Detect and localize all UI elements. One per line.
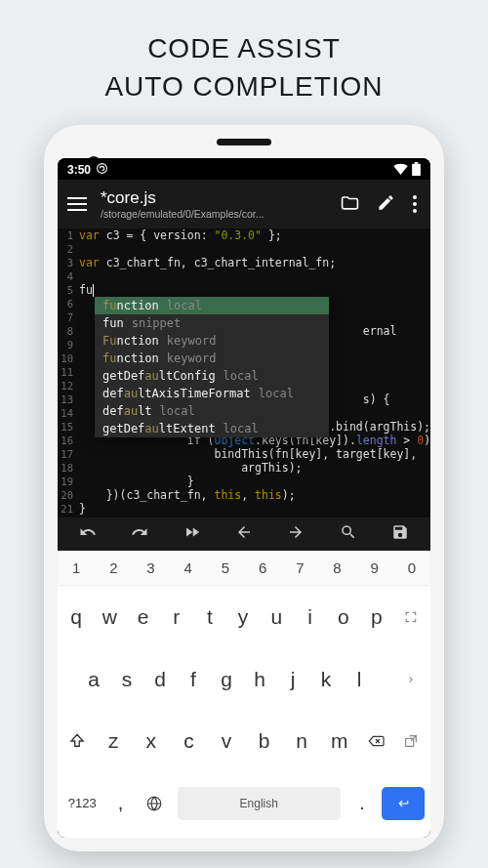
key-3[interactable]: 3 [132, 551, 169, 585]
battery-icon [412, 162, 421, 179]
spacebar[interactable]: English [178, 787, 341, 820]
suggestion-item[interactable]: functionlocal [95, 297, 329, 314]
wifi-icon [393, 163, 408, 178]
fullscreen-icon[interactable] [393, 586, 428, 648]
key-f[interactable]: f [177, 648, 210, 711]
suggestion-item[interactable]: defaultAxisTimeFormatlocal [95, 385, 329, 402]
key-2[interactable]: 2 [95, 551, 132, 585]
svg-rect-0 [412, 164, 421, 176]
key-6[interactable]: 6 [244, 551, 281, 585]
key-w[interactable]: w [93, 586, 126, 648]
suggestion-item[interactable]: functionkeyword [95, 350, 329, 367]
key-s[interactable]: s [110, 648, 143, 711]
file-name: *core.js [101, 188, 341, 208]
save-icon[interactable] [381, 523, 420, 546]
key-k[interactable]: k [309, 648, 343, 711]
overflow-icon[interactable] [413, 195, 417, 213]
key-9[interactable]: 9 [356, 551, 393, 585]
key-v[interactable]: v [208, 710, 246, 772]
backspace-key[interactable] [358, 710, 393, 772]
key-l[interactable]: l [343, 648, 376, 711]
key-7[interactable]: 7 [281, 551, 318, 585]
popout-icon[interactable] [393, 710, 428, 772]
suggestion-item[interactable]: defaultlocal [95, 402, 329, 420]
key-c[interactable]: c [170, 710, 208, 772]
key-r[interactable]: r [160, 586, 193, 648]
soft-keyboard: 1 2 3 4 5 6 7 8 9 0 q w e r t y u [58, 551, 430, 838]
comma-key[interactable]: , [105, 772, 137, 835]
key-i[interactable]: i [293, 586, 326, 648]
key-h[interactable]: h [243, 648, 276, 711]
key-d[interactable]: d [143, 648, 177, 711]
key-g[interactable]: g [210, 648, 243, 711]
number-row: 1 2 3 4 5 6 7 8 9 0 [58, 551, 430, 586]
key-0[interactable]: 0 [393, 551, 430, 585]
run-icon[interactable] [173, 523, 212, 546]
switch-key[interactable]: ?123 [60, 772, 105, 835]
edit-icon[interactable] [377, 193, 395, 216]
file-path: /storage/emulated/0/Examples/cor... [101, 208, 276, 220]
code-editor[interactable]: 1var c3 = { version: "0.3.0" }; 2 3var c… [58, 228, 430, 517]
cursor [93, 284, 94, 297]
key-n[interactable]: n [283, 710, 321, 772]
autocomplete-popup[interactable]: functionlocal funsnippet Functionkeyword… [95, 297, 329, 437]
status-bar: 3:50 [58, 158, 430, 180]
screen: 3:50 *core.js /storage/emulated/0/Exampl… [58, 158, 430, 838]
redo-icon[interactable] [120, 523, 159, 546]
enter-key[interactable] [382, 787, 425, 820]
promo-line2: AUTO COMPLETION [104, 71, 383, 102]
svg-rect-1 [415, 162, 419, 164]
folder-icon[interactable] [341, 193, 359, 216]
arrow-left-icon[interactable] [224, 523, 264, 546]
app-bar: *core.js /storage/emulated/0/Examples/co… [58, 180, 430, 228]
suggestion-item[interactable]: getDefaultConfiglocal [95, 367, 329, 385]
shift-key[interactable] [60, 710, 95, 772]
key-u[interactable]: u [260, 586, 293, 648]
key-q[interactable]: q [60, 586, 93, 648]
phone-frame: 3:50 *core.js /storage/emulated/0/Exampl… [44, 125, 444, 851]
key-z[interactable]: z [95, 710, 133, 772]
suggestion-item[interactable]: Functionkeyword [95, 332, 329, 350]
key-p[interactable]: p [360, 586, 393, 648]
speaker-grill [217, 139, 271, 145]
key-1[interactable]: 1 [58, 551, 95, 585]
restart-icon [96, 162, 108, 178]
menu-icon[interactable] [63, 197, 91, 211]
key-m[interactable]: m [320, 710, 358, 772]
key-t[interactable]: t [193, 586, 226, 648]
status-time: 3:50 [67, 163, 91, 177]
key-5[interactable]: 5 [207, 551, 244, 585]
key-x[interactable]: x [133, 710, 171, 772]
promo-line1: CODE ASSIST [147, 33, 341, 63]
search-icon[interactable] [329, 523, 368, 546]
key-a[interactable]: a [77, 648, 110, 711]
globe-icon[interactable] [137, 772, 172, 835]
key-8[interactable]: 8 [318, 551, 355, 585]
chevron-right-icon[interactable] [393, 648, 428, 711]
suggestion-item[interactable]: getDefaultExtentlocal [95, 420, 329, 437]
suggestion-item[interactable]: funsnippet [95, 314, 329, 332]
editor-toolbar [58, 517, 430, 551]
key-j[interactable]: j [276, 648, 309, 711]
arrow-right-icon[interactable] [276, 523, 315, 546]
promo-header: CODE ASSIST AUTO COMPLETION [0, 0, 488, 115]
key-o[interactable]: o [327, 586, 360, 648]
key-b[interactable]: b [245, 710, 283, 772]
key-e[interactable]: e [126, 586, 159, 648]
key-4[interactable]: 4 [170, 551, 207, 585]
undo-icon[interactable] [68, 523, 107, 546]
key-y[interactable]: y [226, 586, 260, 648]
dot-key[interactable]: . [346, 772, 378, 835]
